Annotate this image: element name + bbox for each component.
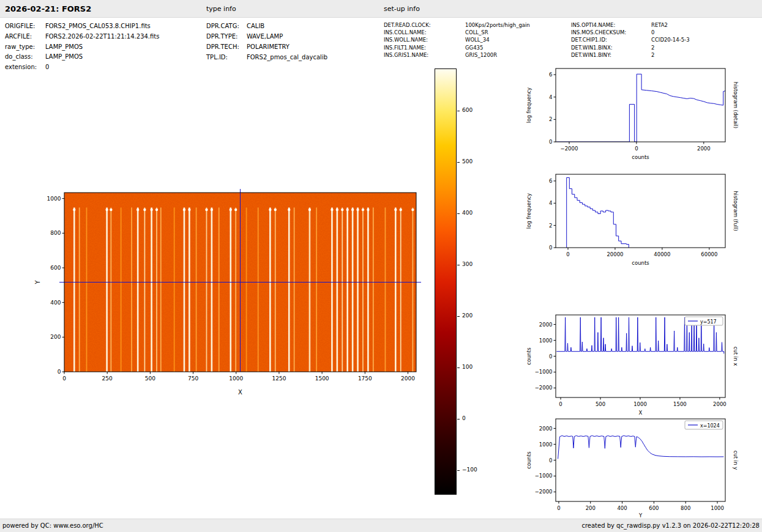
y-tick-label: −2000 xyxy=(535,489,553,495)
x-axis-label: counts xyxy=(632,154,649,160)
info-label: ARCFILE: xyxy=(5,33,45,40)
x-axis-label: counts xyxy=(632,260,649,266)
y-axis-label: log frequency xyxy=(526,87,532,123)
colorbar-tick-label: 400 xyxy=(462,210,473,216)
side-label: cut in x xyxy=(733,347,739,366)
colorbar-tick-label: −100 xyxy=(462,467,477,473)
x-tick-label: 1500 xyxy=(315,375,329,382)
colorbar-tick xyxy=(457,316,460,317)
x-tick-label: 1000 xyxy=(633,401,647,407)
setup-info-block-1: DET.READ.CLOCK: 100Kps/2ports/high_gain … xyxy=(384,22,530,59)
info-label: INS.MOS.CHECKSUM: xyxy=(571,29,651,35)
page-title: 2026-02-21: FORS2 xyxy=(5,0,91,18)
y-tick-label: 400 xyxy=(50,300,61,306)
side-label: cut in y xyxy=(733,451,739,470)
x-tick-label: 500 xyxy=(145,375,155,382)
setup-info-block-2: INS.OPTI4.NAME: RETA2 INS.MOS.CHECKSUM: … xyxy=(571,22,690,59)
data-line xyxy=(567,178,629,248)
x-tick-label: 2000 xyxy=(401,375,415,382)
y-tick-label: −1000 xyxy=(535,473,553,479)
info-value: LAMP_PMOS xyxy=(45,43,83,50)
info-value: GRIS_1200R xyxy=(465,52,497,58)
info-value: FORS2_pmos_cal_daycalib xyxy=(247,54,327,61)
colorbar-tick xyxy=(457,162,460,163)
y-tick-label: 1000 xyxy=(47,196,61,202)
info-label: INS.COLL.NAME: xyxy=(384,29,465,35)
info-label: DPR.TECH: xyxy=(206,43,247,50)
y-axis-label: log frequency xyxy=(526,193,532,229)
footer-created-by: created by qc_rawdisp.py v1.2.3 on 2026-… xyxy=(581,519,760,532)
colorbar xyxy=(435,68,457,495)
info-row: ARCFILE: FORS2.2026-02-22T11:21:14.234.f… xyxy=(5,33,159,43)
info-label: extension: xyxy=(5,64,45,70)
x-tick-label: 0 xyxy=(557,505,560,511)
axes-frame xyxy=(556,174,725,248)
data-line xyxy=(556,74,725,142)
type-info-block: DPR.CATG: CALIB DPR.TYPE: WAVE,LAMP DPR.… xyxy=(206,23,327,64)
colorbar-tick xyxy=(457,470,460,471)
info-value: WOLL_34 xyxy=(465,37,490,43)
y-axis-label: counts xyxy=(526,347,532,365)
info-value: COLL_SR xyxy=(465,29,488,35)
y-tick-label: 4 xyxy=(549,200,552,206)
y-tick-label: 0 xyxy=(58,369,61,375)
colorbar-tick xyxy=(457,368,460,368)
footer-bar: powered by QC: www.eso.org/HC created by… xyxy=(0,519,762,532)
colorbar-tick-label: 600 xyxy=(462,107,473,113)
colorbar-tick-label: 500 xyxy=(462,158,473,164)
info-row: INS.OPTI4.NAME: RETA2 xyxy=(571,22,690,29)
setup-info-heading: set-up info xyxy=(384,0,420,18)
info-row: extension: 0 xyxy=(5,64,159,74)
info-label: DET.WIN1.BINX: xyxy=(571,45,651,51)
y-tick-label: −1000 xyxy=(535,369,553,375)
info-row: DET.CHIP1.ID: CCID20-14-5-3 xyxy=(571,37,690,44)
colorbar-tick xyxy=(457,419,460,419)
info-row: DPR.TECH: POLARIMETRY xyxy=(206,43,327,54)
info-label: DET.WIN1.BINY: xyxy=(571,52,651,58)
side-label: histogram (detail) xyxy=(733,82,739,128)
info-row: INS.COLL.NAME: COLL_SR xyxy=(384,29,530,37)
info-label: DPR.CATG: xyxy=(206,23,247,29)
info-label: DET.CHIP1.ID: xyxy=(571,37,651,43)
info-row: INS.GRIS1.NAME: GRIS_1200R xyxy=(384,52,530,59)
x-tick-label: 800 xyxy=(681,505,690,511)
axes-frame xyxy=(556,315,725,397)
colorbar-tick xyxy=(457,213,460,214)
info-value: FORS2.2026-02-22T11:21:14.234.fits xyxy=(45,33,159,40)
info-row: DET.WIN1.BINY: 2 xyxy=(571,52,690,59)
axes-frame xyxy=(556,68,725,142)
x-tick-label: 250 xyxy=(102,375,113,382)
y-tick-label: 0 xyxy=(549,457,552,464)
info-value: FORS2_PMOS_CAL053.8.CHIP1.fits xyxy=(45,23,151,29)
info-row: INS.WOLL.NAME: WOLL_34 xyxy=(384,37,530,44)
x-tick-label: 2000 xyxy=(713,401,727,407)
info-value: 2 xyxy=(651,45,654,51)
x-tick-label: 60000 xyxy=(701,251,717,257)
x-tick-label: 40000 xyxy=(654,251,670,257)
colorbar-tick-label: 300 xyxy=(462,261,473,267)
info-row: DET.WIN1.BINX: 2 xyxy=(571,45,690,52)
y-tick-label: 200 xyxy=(50,334,61,340)
side-label: histogram (full) xyxy=(733,191,739,231)
info-value: WAVE,LAMP xyxy=(247,33,283,40)
x-tick-label: 750 xyxy=(188,375,198,382)
x-tick-label: 0 xyxy=(566,251,569,257)
info-row: INS.FILT1.NAME: GG435 xyxy=(384,45,530,52)
info-value: GG435 xyxy=(465,45,483,51)
info-label: do_class: xyxy=(5,53,45,60)
info-value: LAMP_PMOS xyxy=(45,53,83,60)
y-tick-label: 4 xyxy=(549,94,552,100)
y-axis-label: counts xyxy=(526,451,532,469)
info-value: 0 xyxy=(45,64,49,70)
y-tick-label: 800 xyxy=(50,230,61,236)
x-tick-label: 600 xyxy=(649,505,659,511)
y-tick-label: 2 xyxy=(549,116,552,122)
info-label: raw_type: xyxy=(5,43,45,50)
x-tick-label: 0 xyxy=(635,146,638,152)
info-value: 2 xyxy=(651,52,654,58)
x-tick-label: 20000 xyxy=(607,251,623,257)
info-value: CALIB xyxy=(247,23,264,29)
header-bar: 2026-02-21: FORS2 type info set-up info xyxy=(0,0,762,18)
colorbar-tick-label: 100 xyxy=(462,364,473,370)
x-tick-label: 1000 xyxy=(711,505,724,511)
